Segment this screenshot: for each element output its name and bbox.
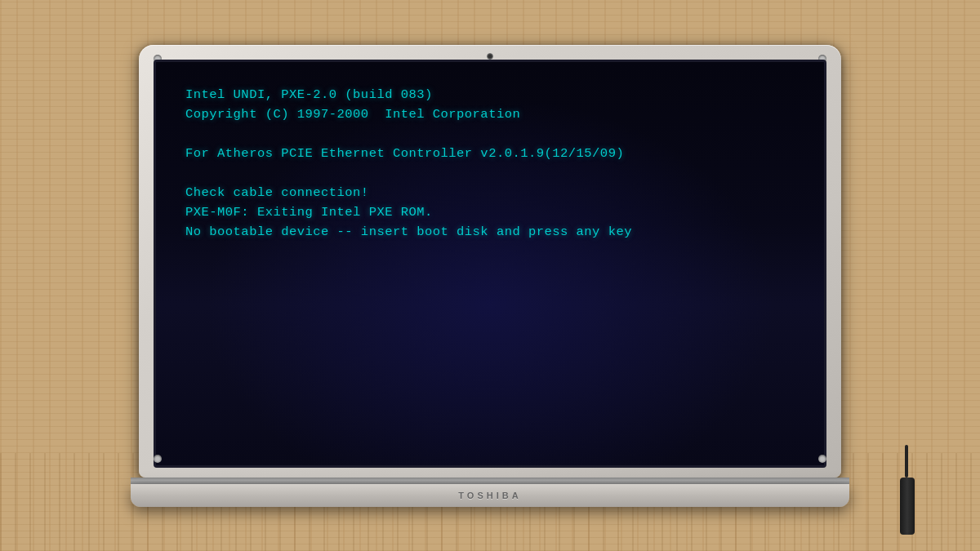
screen-content: Intel UNDI, PXE-2.0 (build 083)Copyright…	[156, 62, 824, 465]
webcam	[487, 53, 493, 60]
screen-bezel: Intel UNDI, PXE-2.0 (build 083)Copyright…	[154, 60, 826, 468]
bios-text-line: For Atheros PCIE Ethernet Controller v2.…	[185, 144, 795, 163]
laptop: Intel UNDI, PXE-2.0 (build 083)Copyright…	[131, 45, 849, 507]
brand-label: TOSHIBA	[458, 491, 521, 500]
cord-cable	[905, 445, 908, 478]
bios-text-line: Copyright (C) 1997-2000 Intel Corporatio…	[185, 104, 795, 124]
laptop-base: TOSHIBA	[131, 484, 849, 507]
bios-text-line: No bootable device -- insert boot disk a…	[185, 222, 795, 242]
bios-text-line: Intel UNDI, PXE-2.0 (build 083)	[185, 85, 795, 104]
power-cord	[866, 469, 915, 535]
cord-body	[900, 478, 915, 535]
bios-text-line: PXE-M0F: Exiting Intel PXE ROM.	[185, 202, 795, 222]
hinge	[131, 478, 849, 484]
bios-text-line: Check cable connection!	[185, 183, 795, 202]
laptop-lid: Intel UNDI, PXE-2.0 (build 083)Copyright…	[139, 45, 841, 478]
